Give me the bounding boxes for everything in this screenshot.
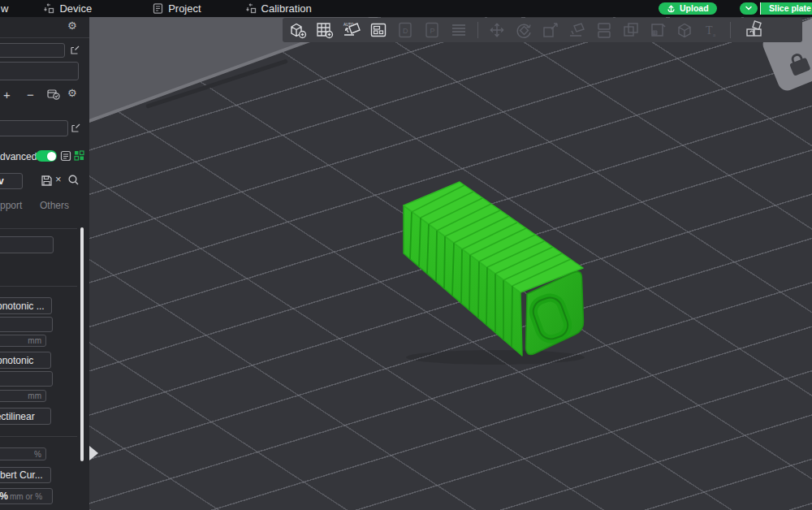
save-icon[interactable] (41, 175, 53, 190)
filament-settings-gear-icon[interactable]: ⚙ (67, 87, 77, 99)
text-icon: T a (702, 20, 720, 40)
list-settings-icon[interactable] (60, 150, 71, 165)
param-field-percent[interactable]: % (0, 447, 46, 460)
tab-others[interactable]: Others (40, 200, 69, 211)
toolbar-split-parts-button[interactable] (620, 19, 641, 41)
add-filament-button[interactable]: + (3, 88, 11, 102)
svg-text:T: T (706, 24, 713, 37)
svg-text:D: D (403, 27, 408, 35)
viewport-toolbar: AUTO D P (283, 18, 802, 42)
upload-options-button[interactable] (740, 2, 758, 15)
scale-icon (541, 20, 560, 40)
toolbar-paint-button[interactable] (647, 19, 668, 41)
tab-device[interactable]: Device (36, 0, 100, 17)
split-parts-icon (621, 20, 641, 40)
clear-icon[interactable]: × (55, 173, 62, 185)
toolbar-layers-button[interactable] (448, 19, 469, 41)
param-field-blank-1[interactable] (0, 236, 54, 253)
assembly-icon (744, 19, 765, 41)
tab-preview-partial[interactable]: w (0, 2, 11, 15)
paint-icon (648, 20, 667, 40)
slice-plate-button-label: Slice plate (769, 3, 811, 13)
toolbar-split-objects-button[interactable] (594, 19, 615, 41)
bed-type-select[interactable] (0, 62, 79, 80)
project-icon (153, 3, 163, 14)
tab-device-label: Device (59, 2, 92, 15)
toolbar-add-model-button[interactable] (287, 19, 309, 41)
settings-search-value: urv (0, 175, 4, 187)
add-plate-icon (315, 20, 335, 40)
toolbar-place-on-face-button[interactable] (567, 19, 588, 41)
process-preset-input[interactable]: vs (0, 120, 68, 136)
menu-bar: w Device Project Calibration (0, 0, 812, 17)
bottom-surface-pattern-select[interactable]: Rectilinear (0, 408, 51, 425)
param-field-blank-2[interactable] (0, 317, 53, 332)
sparse-pattern-select[interactable]: Monotonic ... (0, 297, 52, 314)
svg-text:a: a (713, 32, 716, 38)
toolbar-text-button[interactable]: T a (701, 19, 722, 41)
slicer-app-window: w Device Project Calibration (0, 0, 812, 510)
toolbar-rotate-button[interactable] (513, 19, 534, 41)
param-field-blank-3[interactable] (0, 371, 53, 387)
settings-sidebar: ⚙ + − ⚙ vs dvanced urv (0, 17, 89, 510)
split-objects-icon (594, 20, 614, 40)
chevron-down-icon (745, 5, 753, 11)
toolbar-mesh-cube-button[interactable] (674, 19, 695, 41)
tab-support[interactable]: pport (0, 200, 22, 211)
param-field-mm-2[interactable]: mm (0, 390, 46, 402)
search-icon[interactable] (67, 174, 80, 189)
sidebar-scrollbar[interactable] (80, 227, 84, 461)
toolbar-auto-orient-button[interactable]: AUTO (341, 19, 362, 41)
bottom-surface-pattern-value: Rectilinear (0, 411, 35, 422)
fill-density-input[interactable]: 00% mm or % (0, 488, 53, 504)
top-surface-pattern-select[interactable]: Monotonic (0, 352, 51, 369)
tab-calibration[interactable]: Calibration (238, 0, 320, 17)
fill-pattern-value: Hilbert Cur... (0, 469, 43, 481)
place-on-face-icon (567, 20, 588, 40)
printer-settings-gear-icon[interactable]: ⚙ (67, 19, 77, 32)
toolbar-add-plate-button[interactable] (314, 19, 335, 41)
file-d-icon: D (396, 20, 414, 40)
param-field-mm-1[interactable]: mm (0, 335, 46, 347)
advanced-toggle[interactable] (36, 150, 57, 162)
unit-label: % (34, 450, 41, 459)
toolbar-separator (477, 22, 478, 38)
toolbar-file-d-button[interactable]: D (395, 19, 416, 41)
layers-icon (449, 20, 469, 40)
mesh-cube-icon (675, 20, 694, 40)
tab-calibration-label: Calibration (261, 2, 312, 15)
toolbar-move-button[interactable] (486, 19, 508, 41)
toolbar-assembly-button[interactable] (744, 19, 765, 41)
fill-density-unit: mm or % (10, 492, 42, 501)
upload-button[interactable]: Upload (659, 2, 717, 15)
device-icon (44, 3, 54, 14)
edit-icon[interactable] (70, 44, 80, 58)
tab-project[interactable]: Project (145, 0, 209, 17)
slice-plate-button[interactable]: Slice plate (760, 2, 812, 15)
printer-preset-input[interactable] (0, 43, 65, 58)
compare-presets-icon[interactable] (74, 150, 84, 165)
add-model-icon (288, 20, 308, 40)
calibration-icon (246, 3, 257, 14)
sparse-pattern-value: Monotonic ... (0, 300, 45, 312)
remove-filament-button[interactable]: − (27, 88, 34, 102)
edit-icon[interactable] (71, 122, 81, 136)
move-icon (487, 20, 507, 40)
settings-search-input[interactable]: urv (0, 173, 23, 189)
fill-density-value: 00% (0, 491, 8, 502)
toolbar-scale-button[interactable] (540, 19, 561, 41)
unit-label: mm (28, 391, 41, 400)
viewport-3d[interactable]: AUTO D P (89, 17, 812, 510)
fill-pattern-select[interactable]: Hilbert Cur... (0, 467, 51, 483)
top-surface-pattern-value: Monotonic (0, 355, 33, 366)
unit-label: mm (28, 336, 41, 345)
sidebar-collapse-arrow[interactable] (89, 446, 98, 460)
model-object[interactable] (390, 166, 601, 365)
sync-filament-icon[interactable] (47, 89, 61, 104)
advanced-label: dvanced (0, 151, 37, 162)
auto-orient-icon: AUTO (341, 20, 362, 40)
toolbar-arrange-button[interactable] (368, 19, 389, 41)
toolbar-file-p-button[interactable]: P (421, 19, 443, 41)
upload-icon (667, 4, 676, 13)
file-p-icon: P (423, 20, 441, 40)
